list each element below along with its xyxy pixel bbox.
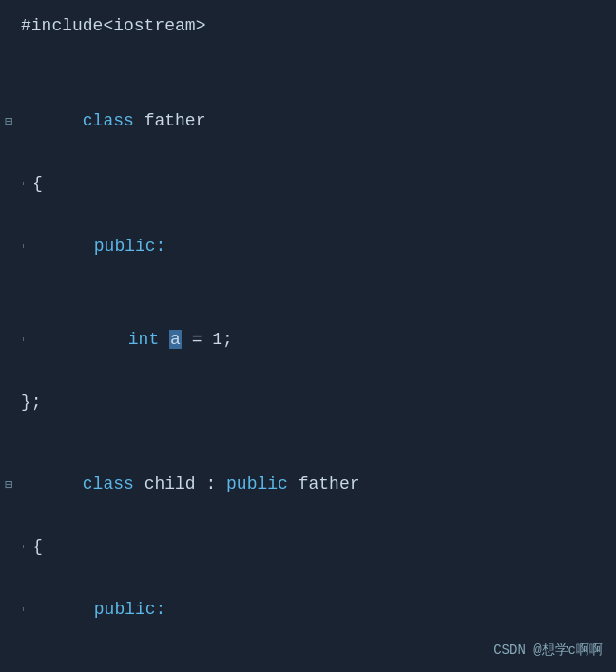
line-11-text: { [29, 531, 43, 562]
line-4: { [0, 167, 616, 200]
class-name-father: father [144, 111, 206, 130]
keyword-class-2: class [83, 474, 144, 493]
line-11: { [0, 530, 616, 563]
line-6-rest: = 1; [182, 330, 233, 349]
keyword-public-1: public: [94, 237, 166, 256]
line-7: }; [0, 386, 616, 418]
var-a-1: a [169, 330, 182, 349]
keyword-public-inh: public [226, 474, 298, 493]
line-1: #include<iostream> [0, 10, 616, 42]
keyword-public-2: public: [94, 600, 166, 619]
line-6: int a = 1; [0, 293, 616, 386]
type-int-1: int [128, 330, 169, 349]
class-name-child: child : [144, 474, 226, 493]
line-6-text: int a = 1; [29, 294, 233, 385]
line-3-text: class father [17, 75, 205, 166]
line-5: public: [0, 200, 616, 293]
line-12-text: public: [29, 564, 165, 655]
keyword-class-1: class [83, 111, 144, 130]
code-editor: #include<iostream> ⊟ class father { publ… [0, 0, 616, 672]
line-2 [0, 42, 616, 74]
line-10: ⊟ class child : public father [0, 437, 616, 530]
line-4-text: { [29, 168, 43, 199]
class-name-father-2: father [298, 474, 360, 493]
line-13-text: void test1() [29, 657, 251, 672]
fold-icon-10[interactable]: ⊟ [0, 476, 17, 492]
watermark: CSDN @想学c啊啊 [493, 642, 603, 659]
spacer-1 [0, 418, 616, 437]
line-3: ⊟ class father [0, 74, 616, 167]
line-7-text: }; [17, 387, 42, 417]
line-10-text: class child : public father [17, 438, 359, 529]
line-1-text: #include<iostream> [17, 10, 205, 41]
line-5-text: public: [29, 201, 165, 292]
fold-icon-3[interactable]: ⊟ [0, 113, 17, 129]
